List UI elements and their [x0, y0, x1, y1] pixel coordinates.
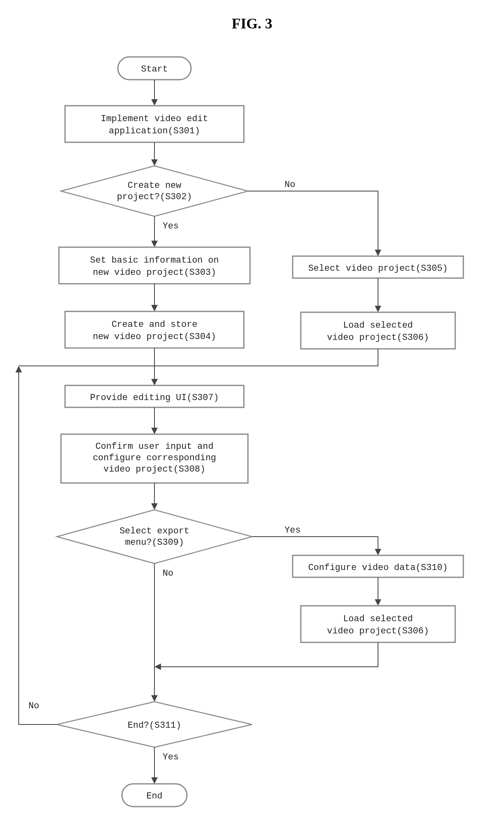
s304-line1: Create and store: [111, 320, 197, 330]
s311-line: End?(S311): [128, 720, 181, 731]
s302-line1: Create new: [128, 181, 181, 191]
svg-marker-20: [154, 663, 161, 670]
svg-marker-23: [15, 366, 22, 372]
s301-line2: application(S301): [109, 126, 200, 136]
svg-marker-8: [151, 305, 158, 311]
svg-marker-16: [151, 503, 158, 510]
svg-marker-3: [151, 159, 158, 166]
decision-s309: [57, 510, 252, 563]
s303-line1: Set basic information on: [90, 255, 219, 265]
s301-line1: Implement video edit: [101, 114, 208, 124]
s305-line: Select video project(S305): [308, 263, 448, 274]
svg-marker-14: [151, 428, 158, 434]
svg-marker-4: [375, 250, 381, 256]
decision-s302: [61, 166, 248, 216]
s302-line2: project?(S302): [117, 192, 192, 202]
s311-no-label: No: [28, 701, 39, 711]
s309-line1: Select export: [119, 526, 189, 536]
s309-yes-label: Yes: [285, 525, 301, 535]
flowchart-svg: FIG. 3 Start Implement video edit applic…: [0, 0, 504, 831]
s310-line: Configure video data(S310): [308, 563, 448, 573]
process-s301: [65, 106, 244, 142]
s306b-line1: Load selected: [343, 614, 413, 624]
process-s303: [59, 247, 250, 284]
s304-line2: new video project(S304): [93, 332, 216, 342]
process-s306b: [301, 606, 455, 642]
s306-line1: Load selected: [343, 320, 413, 331]
svg-marker-12: [151, 379, 158, 385]
end-label: End: [146, 791, 163, 801]
svg-marker-1: [151, 99, 158, 106]
s311-yes-label: Yes: [163, 752, 179, 762]
s309-line2: menu?(S309): [125, 537, 184, 548]
s302-yes-label: Yes: [163, 221, 179, 231]
svg-marker-17: [375, 549, 381, 555]
s309-no-label: No: [163, 568, 173, 579]
s302-no-label: No: [285, 180, 295, 190]
process-s306: [301, 312, 455, 349]
s308-line3: video project(S308): [104, 464, 206, 474]
s307-line: Provide editing UI(S307): [90, 393, 219, 403]
s306b-line2: video project(S306): [327, 626, 429, 636]
svg-marker-19: [375, 599, 381, 606]
process-s304: [65, 311, 244, 348]
figure-title: FIG. 3: [232, 15, 272, 32]
svg-marker-6: [151, 241, 158, 247]
start-label: Start: [141, 64, 168, 74]
s308-line1: Confirm user input and: [96, 442, 213, 452]
s306-line2: video project(S306): [327, 333, 429, 343]
svg-marker-22: [151, 695, 158, 702]
svg-marker-10: [375, 306, 381, 312]
s303-line2: new video project(S303): [93, 268, 216, 278]
s308-line2: configure corresponding: [93, 453, 216, 463]
svg-marker-25: [151, 777, 158, 784]
